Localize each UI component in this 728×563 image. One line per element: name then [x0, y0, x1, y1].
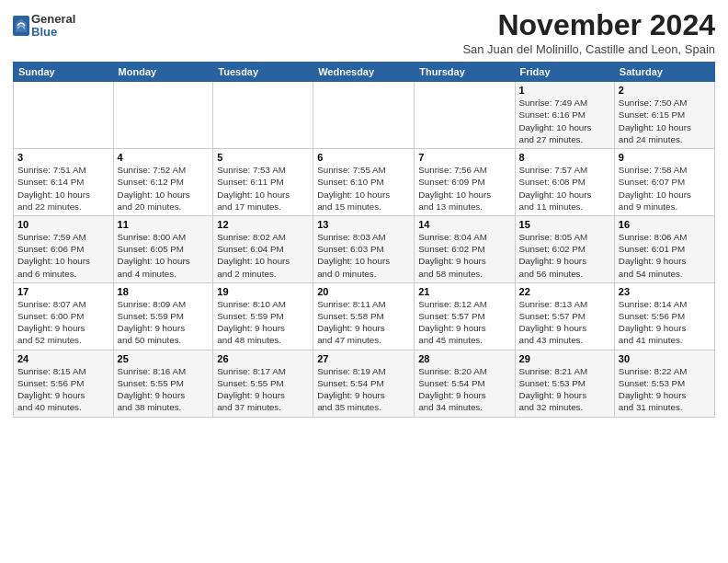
calendar-cell: 26Sunrise: 8:17 AM Sunset: 5:55 PM Dayli… — [213, 350, 313, 417]
day-info: Sunrise: 7:55 AM Sunset: 6:10 PM Dayligh… — [317, 164, 410, 213]
day-info: Sunrise: 8:16 AM Sunset: 5:55 PM Dayligh… — [118, 365, 210, 414]
day-info: Sunrise: 7:50 AM Sunset: 6:15 PM Dayligh… — [619, 97, 711, 145]
calendar-cell: 27Sunrise: 8:19 AM Sunset: 5:54 PM Dayli… — [313, 350, 415, 417]
calendar-cell: 22Sunrise: 8:13 AM Sunset: 5:57 PM Dayli… — [515, 282, 614, 350]
header-sunday: Sunday — [14, 63, 114, 82]
day-info: Sunrise: 7:49 AM Sunset: 6:16 PM Dayligh… — [519, 97, 610, 145]
day-number: 5 — [217, 152, 309, 163]
page-container: General Blue November 2024 San Juan del … — [0, 0, 728, 427]
weekday-header-row: Sunday Monday Tuesday Wednesday Thursday… — [14, 63, 715, 82]
day-number: 29 — [519, 353, 610, 364]
day-info: Sunrise: 7:52 AM Sunset: 6:12 PM Dayligh… — [118, 164, 210, 213]
day-number: 20 — [317, 286, 410, 297]
day-info: Sunrise: 7:56 AM Sunset: 6:09 PM Dayligh… — [418, 164, 510, 213]
calendar-cell: 14Sunrise: 8:04 AM Sunset: 6:02 PM Dayli… — [415, 215, 515, 282]
day-info: Sunrise: 8:17 AM Sunset: 5:55 PM Dayligh… — [217, 365, 309, 414]
day-info: Sunrise: 7:59 AM Sunset: 6:06 PM Dayligh… — [17, 231, 109, 280]
day-info: Sunrise: 7:53 AM Sunset: 6:11 PM Dayligh… — [217, 164, 309, 213]
day-info: Sunrise: 8:07 AM Sunset: 6:00 PM Dayligh… — [17, 298, 109, 347]
day-info: Sunrise: 8:21 AM Sunset: 5:53 PM Dayligh… — [519, 365, 610, 414]
day-number: 30 — [619, 353, 711, 364]
calendar-week-row: 1Sunrise: 7:49 AM Sunset: 6:16 PM Daylig… — [14, 82, 715, 149]
day-number: 21 — [418, 286, 510, 297]
calendar-cell: 6Sunrise: 7:55 AM Sunset: 6:10 PM Daylig… — [313, 149, 415, 216]
calendar-cell: 3Sunrise: 7:51 AM Sunset: 6:14 PM Daylig… — [14, 149, 114, 216]
header: General Blue November 2024 San Juan del … — [13, 9, 715, 56]
logo-text: General Blue — [31, 13, 75, 40]
day-info: Sunrise: 8:22 AM Sunset: 5:53 PM Dayligh… — [619, 365, 711, 414]
calendar-table: Sunday Monday Tuesday Wednesday Thursday… — [13, 62, 715, 417]
day-info: Sunrise: 7:51 AM Sunset: 6:14 PM Dayligh… — [17, 164, 109, 213]
day-number: 25 — [118, 353, 210, 364]
day-number: 14 — [418, 219, 510, 230]
calendar-cell: 12Sunrise: 8:02 AM Sunset: 6:04 PM Dayli… — [213, 215, 313, 282]
day-number: 12 — [217, 219, 309, 230]
day-number: 3 — [17, 152, 109, 163]
day-info: Sunrise: 8:03 AM Sunset: 6:03 PM Dayligh… — [317, 231, 410, 280]
day-number: 26 — [217, 353, 309, 364]
calendar-cell: 4Sunrise: 7:52 AM Sunset: 6:12 PM Daylig… — [113, 149, 213, 216]
location-subtitle: San Juan del Molinillo, Castille and Leo… — [462, 42, 715, 56]
calendar-cell: 15Sunrise: 8:05 AM Sunset: 6:02 PM Dayli… — [515, 215, 614, 282]
day-number: 22 — [519, 286, 610, 297]
calendar-cell: 7Sunrise: 7:56 AM Sunset: 6:09 PM Daylig… — [415, 149, 515, 216]
calendar-cell: 30Sunrise: 8:22 AM Sunset: 5:53 PM Dayli… — [614, 350, 714, 417]
day-number: 27 — [317, 353, 410, 364]
calendar-week-row: 3Sunrise: 7:51 AM Sunset: 6:14 PM Daylig… — [14, 149, 715, 216]
day-number: 8 — [519, 152, 610, 163]
day-number: 17 — [17, 286, 109, 297]
day-info: Sunrise: 8:06 AM Sunset: 6:01 PM Dayligh… — [619, 231, 711, 280]
day-info: Sunrise: 8:00 AM Sunset: 6:05 PM Dayligh… — [118, 231, 210, 280]
day-number: 11 — [118, 219, 210, 230]
calendar-cell: 18Sunrise: 8:09 AM Sunset: 5:59 PM Dayli… — [113, 282, 213, 350]
day-number: 2 — [619, 85, 711, 96]
calendar-cell: 16Sunrise: 8:06 AM Sunset: 6:01 PM Dayli… — [614, 215, 714, 282]
logo-icon — [13, 16, 29, 36]
calendar-week-row: 10Sunrise: 7:59 AM Sunset: 6:06 PM Dayli… — [14, 215, 715, 282]
calendar-cell: 20Sunrise: 8:11 AM Sunset: 5:58 PM Dayli… — [313, 282, 415, 350]
calendar-cell: 25Sunrise: 8:16 AM Sunset: 5:55 PM Dayli… — [113, 350, 213, 417]
calendar-cell: 24Sunrise: 8:15 AM Sunset: 5:56 PM Dayli… — [14, 350, 114, 417]
day-number: 15 — [519, 219, 610, 230]
calendar-cell: 28Sunrise: 8:20 AM Sunset: 5:54 PM Dayli… — [415, 350, 515, 417]
calendar-cell: 19Sunrise: 8:10 AM Sunset: 5:59 PM Dayli… — [213, 282, 313, 350]
calendar-cell: 5Sunrise: 7:53 AM Sunset: 6:11 PM Daylig… — [213, 149, 313, 216]
header-thursday: Thursday — [415, 63, 515, 82]
day-info: Sunrise: 8:19 AM Sunset: 5:54 PM Dayligh… — [317, 365, 410, 414]
day-number: 9 — [619, 152, 711, 163]
day-info: Sunrise: 7:57 AM Sunset: 6:08 PM Dayligh… — [519, 164, 610, 213]
day-info: Sunrise: 8:14 AM Sunset: 5:56 PM Dayligh… — [619, 298, 711, 347]
day-info: Sunrise: 8:13 AM Sunset: 5:57 PM Dayligh… — [519, 298, 610, 347]
calendar-week-row: 24Sunrise: 8:15 AM Sunset: 5:56 PM Dayli… — [14, 350, 715, 417]
header-tuesday: Tuesday — [213, 63, 313, 82]
calendar-week-row: 17Sunrise: 8:07 AM Sunset: 6:00 PM Dayli… — [14, 282, 715, 350]
day-number: 1 — [519, 85, 610, 96]
day-number: 28 — [418, 353, 510, 364]
day-number: 13 — [317, 219, 410, 230]
month-title: November 2024 — [462, 9, 715, 41]
day-number: 7 — [418, 152, 510, 163]
day-info: Sunrise: 8:20 AM Sunset: 5:54 PM Dayligh… — [418, 365, 510, 414]
day-number: 19 — [217, 286, 309, 297]
calendar-cell: 2Sunrise: 7:50 AM Sunset: 6:15 PM Daylig… — [614, 82, 714, 149]
day-number: 24 — [17, 353, 109, 364]
header-friday: Friday — [515, 63, 614, 82]
day-number: 10 — [17, 219, 109, 230]
calendar-cell — [14, 82, 114, 149]
calendar-cell: 23Sunrise: 8:14 AM Sunset: 5:56 PM Dayli… — [614, 282, 714, 350]
title-block: November 2024 San Juan del Molinillo, Ca… — [462, 9, 715, 56]
logo: General Blue — [13, 13, 75, 40]
calendar-cell: 1Sunrise: 7:49 AM Sunset: 6:16 PM Daylig… — [515, 82, 614, 149]
day-number: 6 — [317, 152, 410, 163]
day-info: Sunrise: 8:02 AM Sunset: 6:04 PM Dayligh… — [217, 231, 309, 280]
calendar-cell — [213, 82, 313, 149]
day-number: 18 — [118, 286, 210, 297]
calendar-cell: 8Sunrise: 7:57 AM Sunset: 6:08 PM Daylig… — [515, 149, 614, 216]
logo-general-label: General — [31, 13, 75, 26]
day-info: Sunrise: 8:04 AM Sunset: 6:02 PM Dayligh… — [418, 231, 510, 280]
calendar-cell — [113, 82, 213, 149]
day-number: 4 — [118, 152, 210, 163]
day-info: Sunrise: 8:11 AM Sunset: 5:58 PM Dayligh… — [317, 298, 410, 347]
calendar-cell — [313, 82, 415, 149]
header-saturday: Saturday — [614, 63, 714, 82]
